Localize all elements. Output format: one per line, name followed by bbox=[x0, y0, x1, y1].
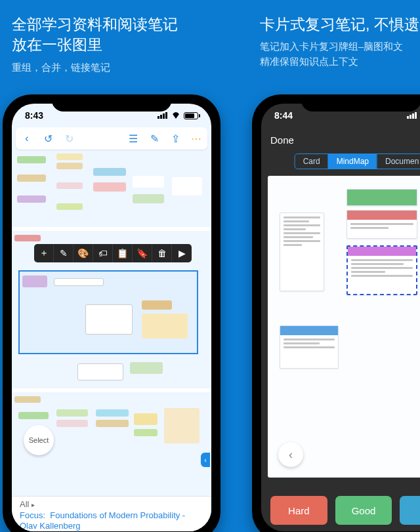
palette-icon[interactable]: 🎨 bbox=[74, 244, 93, 262]
tab-mindmap[interactable]: MindMap bbox=[328, 154, 377, 169]
signal-icon bbox=[407, 112, 417, 119]
phone-1: 8:43 ‹ ↺ ↻ ☰ ✎ ⇪ ⋯ bbox=[3, 94, 220, 532]
header: Done bbox=[261, 127, 420, 152]
list-icon[interactable]: ☰ bbox=[127, 133, 139, 144]
edit-icon[interactable]: ✎ bbox=[54, 244, 74, 262]
hard-button[interactable]: Hard bbox=[270, 496, 327, 525]
play-icon[interactable]: ▶ bbox=[172, 244, 192, 262]
slide2-title: 卡片式复习笔记, 不惧遗 bbox=[260, 14, 419, 35]
prev-button[interactable]: ‹ bbox=[278, 442, 303, 467]
focus-row[interactable]: Focus: Foundations of Modern Probability… bbox=[20, 510, 203, 531]
slide2-subtitle: 笔记加入卡片复习牌组–脑图和文 精准保留知识点上下文 bbox=[260, 39, 403, 69]
side-chevron-icon[interactable]: ‹ bbox=[201, 453, 210, 467]
more-icon[interactable]: ⋯ bbox=[190, 133, 202, 144]
undo-icon[interactable]: ↺ bbox=[42, 133, 54, 144]
signal-icon bbox=[158, 112, 168, 119]
wifi-icon bbox=[171, 112, 180, 119]
notch bbox=[52, 94, 172, 112]
slide1-subtitle: 重组，合并，链接笔记 bbox=[12, 60, 110, 75]
redo-icon[interactable]: ↻ bbox=[63, 133, 75, 144]
filter-label[interactable]: All ▸ bbox=[20, 499, 203, 509]
easy-button[interactable]: Eas bbox=[400, 496, 420, 525]
edit-icon[interactable]: ✎ bbox=[148, 133, 160, 144]
bottom-info-bar: All ▸ Focus: Foundations of Modern Proba… bbox=[12, 496, 211, 531]
clipboard-icon[interactable]: 📋 bbox=[113, 244, 133, 262]
phone-2: 8:44 Done Card MindMap Documen bbox=[252, 94, 420, 532]
slide1-title: 全部学习资料和阅读笔记 放在一张图里 bbox=[12, 14, 178, 55]
phone1-screen: 8:43 ‹ ↺ ↻ ☰ ✎ ⇪ ⋯ bbox=[12, 104, 211, 531]
tag-icon[interactable]: 🏷 bbox=[93, 244, 113, 262]
select-button[interactable]: Select bbox=[24, 425, 54, 455]
mindmap-canvas[interactable]: ＋ ✎ 🎨 🏷 📋 🔖 🗑 ▶ bbox=[12, 153, 211, 496]
view-segmented-control: Card MindMap Documen bbox=[295, 153, 420, 169]
back-icon[interactable]: ‹ bbox=[21, 133, 33, 144]
good-button[interactable]: Good bbox=[335, 496, 392, 525]
trash-icon[interactable]: 🗑 bbox=[152, 244, 172, 262]
rating-bar: Hard Good Eas bbox=[266, 496, 420, 525]
battery-icon bbox=[184, 112, 198, 119]
done-button[interactable]: Done bbox=[270, 134, 294, 146]
editor-toolbar: ‹ ↺ ↻ ☰ ✎ ⇪ ⋯ bbox=[16, 127, 207, 150]
bookmark-icon[interactable]: 🔖 bbox=[133, 244, 152, 262]
status-time: 8:43 bbox=[25, 110, 43, 121]
tab-document[interactable]: Documen bbox=[377, 154, 420, 169]
review-mindmap[interactable]: ‹ › bbox=[268, 176, 420, 478]
notch bbox=[301, 94, 420, 112]
tab-card[interactable]: Card bbox=[295, 154, 328, 169]
phone2-screen: 8:44 Done Card MindMap Documen bbox=[261, 104, 420, 531]
status-time: 8:44 bbox=[274, 110, 293, 121]
context-toolbar: ＋ ✎ 🎨 🏷 📋 🔖 🗑 ▶ bbox=[34, 244, 192, 262]
plus-icon[interactable]: ＋ bbox=[34, 244, 54, 262]
share-icon[interactable]: ⇪ bbox=[169, 133, 181, 144]
